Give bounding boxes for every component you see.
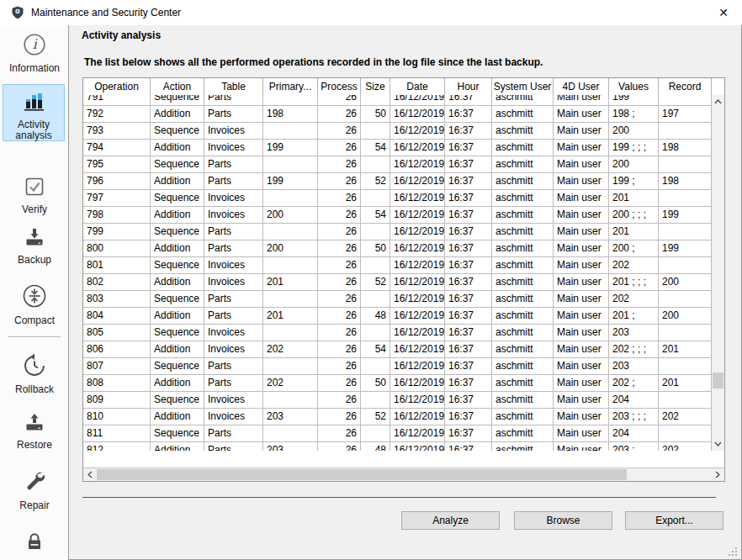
cell: 802 — [83, 274, 151, 290]
cell: 16/12/2019 — [390, 392, 445, 408]
cell — [361, 392, 390, 408]
cell: aschmitt — [492, 409, 554, 425]
cell: 26 — [318, 240, 361, 256]
cell: 199 ; — [609, 173, 659, 189]
cell: 54 — [361, 207, 390, 223]
table-row[interactable]: 805SequenceInvoices2616/12/201916:37asch… — [83, 325, 712, 341]
sidebar-item-information[interactable]: i Information — [0, 32, 69, 74]
scroll-left-icon[interactable] — [83, 468, 97, 481]
table-row[interactable]: 800AdditionParts200265016/12/201916:37as… — [83, 240, 712, 257]
table-row[interactable]: 804AdditionParts201264816/12/201916:37as… — [83, 308, 712, 325]
cell: 16:37 — [445, 341, 492, 357]
table-row[interactable]: 793SequenceInvoices2616/12/201916:37asch… — [83, 123, 712, 140]
cell: 791 — [83, 95, 151, 105]
column-header-operation[interactable]: Operation — [83, 78, 151, 95]
table-row[interactable]: 799SequenceParts2616/12/201916:37aschmit… — [83, 224, 712, 240]
column-header-process[interactable]: Process — [318, 78, 361, 95]
sidebar-item-activity-analysis[interactable]: Activity analysis — [3, 84, 65, 141]
cell: Invoices — [204, 190, 263, 206]
cell — [659, 257, 712, 273]
table-row[interactable]: 794AdditionInvoices199265416/12/201916:3… — [83, 140, 712, 156]
column-header-table[interactable]: Table — [204, 78, 263, 95]
scroll-down-icon[interactable] — [712, 437, 724, 451]
cell — [263, 325, 318, 341]
cell: 199 — [263, 140, 318, 156]
horizontal-scroll-thumb[interactable] — [97, 469, 627, 480]
cell: Invoices — [204, 123, 263, 139]
table-row[interactable]: 792AdditionParts198265016/12/201916:37as… — [83, 106, 712, 123]
table-row[interactable]: 797SequenceInvoices2616/12/201916:37asch… — [83, 190, 712, 207]
cell: 200 — [263, 240, 318, 256]
cell: 26 — [318, 442, 361, 451]
column-header-system-user[interactable]: System User — [492, 78, 554, 95]
column-header-date[interactable]: Date — [390, 78, 445, 95]
cell — [659, 123, 712, 139]
footer-divider — [82, 497, 716, 498]
table-row[interactable]: 810AdditionInvoices203265216/12/201916:3… — [83, 409, 712, 425]
horizontal-scrollbar[interactable] — [83, 468, 724, 481]
vertical-scroll-thumb[interactable] — [713, 372, 723, 388]
column-header-record[interactable]: Record — [659, 78, 712, 95]
sidebar-item-restore[interactable]: Restore — [0, 410, 69, 451]
table-row[interactable]: 811SequenceParts2616/12/201916:37aschmit… — [83, 425, 712, 442]
cell: 200 ; ; ; — [609, 207, 659, 223]
column-header-4d-user[interactable]: 4D User — [554, 78, 609, 95]
column-header-size[interactable]: Size — [361, 78, 390, 95]
cell: Invoices — [204, 325, 263, 341]
cell: aschmitt — [492, 425, 554, 441]
header-spacer — [712, 78, 724, 95]
cell: 50 — [361, 375, 390, 391]
cell: Sequence — [151, 291, 204, 307]
cell: Parts — [204, 425, 263, 441]
cell: Addition — [151, 140, 204, 156]
table-row[interactable]: 808AdditionParts202265016/12/201916:37as… — [83, 375, 712, 392]
table-header: OperationActionTablePrimary...ProcessSiz… — [83, 78, 724, 95]
cell: Main user — [554, 358, 609, 374]
table-row[interactable]: 795SequenceParts2616/12/201916:37aschmit… — [83, 156, 712, 173]
sidebar-item-backup[interactable]: Backup — [0, 225, 69, 266]
vertical-scrollbar[interactable] — [712, 95, 724, 451]
close-button[interactable]: ✕ — [705, 0, 742, 25]
table-row[interactable]: 798AdditionInvoices200265416/12/201916:3… — [83, 207, 712, 224]
browse-button[interactable]: Browse — [514, 511, 612, 530]
cell: Addition — [151, 409, 204, 425]
cell: 201 — [263, 274, 318, 290]
table-row[interactable]: 806AdditionInvoices202265416/12/201916:3… — [83, 341, 712, 358]
scroll-up-icon[interactable] — [712, 95, 724, 108]
cell: 202 ; — [609, 375, 659, 391]
sidebar-item-repair[interactable]: Repair — [0, 469, 69, 511]
column-header-action[interactable]: Action — [151, 78, 204, 95]
cell: 200 — [659, 274, 712, 290]
table-row[interactable]: 803SequenceParts2616/12/201916:37aschmit… — [83, 291, 712, 308]
table-row[interactable]: 796AdditionParts199265216/12/201916:37as… — [83, 173, 712, 190]
cell: 200 ; — [609, 240, 659, 256]
scroll-right-icon[interactable] — [711, 468, 724, 481]
cell — [361, 190, 390, 206]
cell: 198 — [659, 173, 712, 189]
cell: aschmitt — [492, 358, 554, 374]
cell: 16/12/2019 — [390, 358, 445, 374]
export-button[interactable]: Export... — [625, 511, 723, 530]
sidebar-item-rollback[interactable]: Rollback — [0, 353, 69, 395]
sidebar-item-compact[interactable]: Compact — [0, 283, 69, 326]
cell — [361, 325, 390, 341]
cell: 16:37 — [445, 358, 492, 374]
cell: 26 — [318, 409, 361, 425]
sidebar-item-verify[interactable]: Verify — [0, 175, 69, 215]
table-row[interactable]: 809SequenceInvoices2616/12/201916:37asch… — [83, 392, 712, 409]
column-header-values[interactable]: Values — [609, 78, 659, 95]
table-row[interactable]: 791SequenceParts2616/12/201916:37aschmit… — [83, 95, 712, 106]
table-row[interactable]: 812AdditionParts203264816/12/201916:37as… — [83, 442, 712, 451]
cell: 26 — [318, 392, 361, 408]
table-row[interactable]: 807SequenceParts2616/12/201916:37aschmit… — [83, 358, 712, 375]
sidebar-item-encrypt[interactable]: Encrypt — [0, 530, 69, 560]
table-row[interactable]: 802AdditionInvoices201265216/12/201916:3… — [83, 274, 712, 291]
cell: Parts — [204, 173, 263, 189]
column-header-primary-[interactable]: Primary... — [263, 78, 318, 95]
cell: 26 — [318, 207, 361, 223]
analyze-button[interactable]: Analyze — [401, 511, 500, 530]
resize-grip[interactable] — [729, 547, 738, 557]
table-row[interactable]: 801SequenceInvoices2616/12/201916:37asch… — [83, 257, 712, 274]
column-header-hour[interactable]: Hour — [445, 78, 492, 95]
cell: aschmitt — [492, 392, 554, 408]
